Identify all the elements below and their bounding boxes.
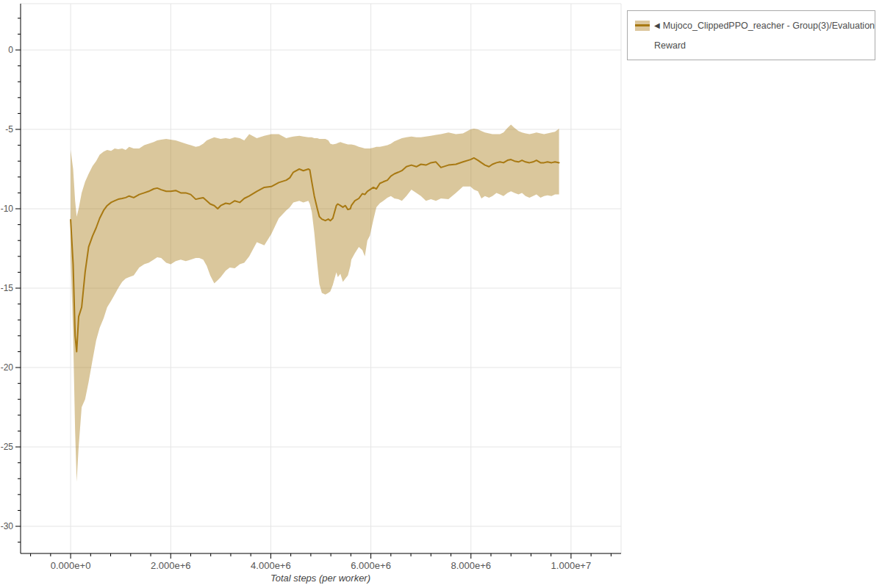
confidence-band — [71, 125, 559, 482]
legend-item-evaluation-reward[interactable]: ◀Mujoco_ClippedPPO_reacher - Group(3)/Ev… — [635, 16, 867, 55]
dashboard-canvas: 0.000e+02.000e+64.000e+66.000e+68.000e+6… — [0, 0, 882, 588]
y-tick-label: -15 — [1, 283, 14, 293]
legend-swatch-line — [635, 24, 650, 26]
x-tick-label: 6.000e+6 — [351, 560, 391, 571]
x-tick-label: 0.000e+0 — [51, 560, 91, 571]
x-tick-label: 4.000e+6 — [251, 560, 291, 571]
y-tick-label: -10 — [1, 204, 14, 214]
x-tick-label: 1.000e+7 — [551, 560, 592, 571]
x-tick-label: 2.000e+6 — [151, 560, 191, 571]
confidence-band-layer — [71, 125, 559, 482]
legend-label: ◀Mujoco_ClippedPPO_reacher - Group(3)/Ev… — [654, 16, 875, 55]
y-tick-label: -20 — [1, 362, 14, 373]
y-tick-label: 0 — [8, 45, 13, 55]
y-tick-label: -30 — [1, 521, 14, 531]
legend-label-line2: Reward — [654, 40, 686, 51]
y-tick-label: -5 — [5, 124, 13, 135]
legend-box: ◀Mujoco_ClippedPPO_reacher - Group(3)/Ev… — [627, 10, 875, 60]
legend-collapse-icon: ◀ — [654, 21, 660, 29]
legend-swatch — [635, 21, 650, 31]
x-axis-title: Total steps (per worker) — [270, 573, 370, 584]
reward-training-chart[interactable]: 0.000e+02.000e+64.000e+66.000e+68.000e+6… — [0, 0, 882, 588]
y-tick-label: -25 — [1, 442, 14, 452]
x-tick-label: 8.000e+6 — [451, 560, 491, 571]
legend-label-line1: Mujoco_ClippedPPO_reacher - Group(3)/Eva… — [663, 21, 875, 31]
